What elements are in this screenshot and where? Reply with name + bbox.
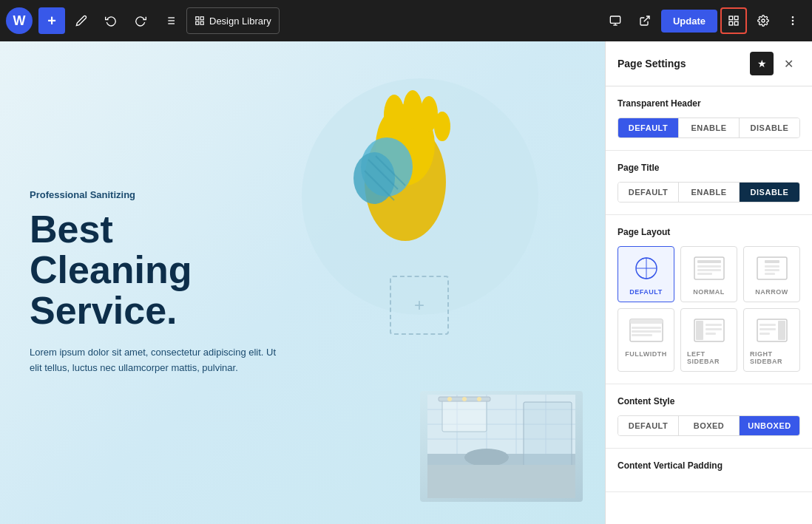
more-options-button[interactable]: [779, 7, 806, 34]
content-style-section: Content Style DEFAULT BOXED UNBOXED: [606, 384, 812, 449]
bathroom-image: [420, 391, 583, 502]
pen-tool-button[interactable]: [68, 7, 95, 34]
transparent-header-default-btn[interactable]: DEFAULT: [618, 118, 679, 137]
canvas: Professional Sanitizing Best Cleaning Se…: [0, 41, 605, 524]
svg-rect-8: [196, 21, 199, 24]
content-vertical-padding-label: Content Vertical Padding: [618, 460, 800, 471]
svg-point-43: [464, 449, 509, 466]
close-panel-button[interactable]: ✕: [777, 52, 800, 75]
sidebar-header: Page Settings ★ ✕: [606, 41, 812, 86]
layout-left-sidebar-icon: [690, 315, 728, 346]
redo-button[interactable]: [127, 7, 154, 34]
layout-normal-icon: [690, 253, 728, 284]
svg-rect-73: [706, 333, 716, 335]
layout-option-left-sidebar[interactable]: LEFT SIDEBAR: [680, 308, 737, 372]
transparent-header-section: Transparent Header DEFAULT ENABLE DISABL…: [606, 86, 812, 151]
add-block-area[interactable]: +: [390, 276, 449, 335]
svg-rect-60: [765, 260, 779, 263]
svg-rect-66: [632, 327, 661, 329]
transparent-header-disable-btn[interactable]: DISABLE: [740, 118, 799, 137]
layout-default-label: DEFAULT: [629, 288, 662, 296]
layout-narrow-icon: [753, 253, 791, 284]
update-button[interactable]: Update: [661, 10, 717, 33]
page-settings-button[interactable]: [720, 7, 747, 34]
svg-rect-56: [697, 265, 721, 268]
layout-fullwidth-icon: [627, 315, 666, 346]
page-title-label: Page Title: [618, 163, 800, 173]
content-vertical-padding-section: Content Vertical Padding: [606, 449, 812, 492]
svg-rect-78: [759, 333, 770, 335]
svg-rect-71: [706, 324, 722, 326]
svg-point-24: [384, 95, 405, 136]
content-style-default-btn[interactable]: DEFAULT: [618, 416, 679, 435]
page-settings-panel: Page Settings ★ ✕ Transparent Header DEF…: [605, 41, 812, 524]
svg-point-27: [434, 112, 450, 141]
svg-rect-67: [632, 330, 661, 333]
layout-left-sidebar-label: LEFT SIDEBAR: [687, 350, 731, 365]
layout-normal-label: NORMAL: [693, 288, 725, 296]
settings-button[interactable]: [750, 7, 777, 34]
transparent-header-group: DEFAULT ENABLE DISABLE: [618, 118, 800, 138]
view-mode-button[interactable]: [602, 7, 629, 34]
layout-default-icon: [627, 253, 666, 284]
page-title-enable-btn[interactable]: ENABLE: [679, 183, 740, 202]
preview-button[interactable]: [632, 7, 658, 34]
svg-rect-44: [442, 398, 487, 432]
star-button[interactable]: ★: [750, 52, 774, 75]
list-view-button[interactable]: [157, 7, 183, 34]
hero-images: +: [280, 56, 590, 509]
svg-rect-50: [427, 465, 575, 498]
svg-point-18: [762, 19, 765, 22]
page-title-section: Page Title DEFAULT ENABLE DISABLE: [606, 151, 812, 215]
content-style-unboxed-btn[interactable]: UNBOXED: [740, 416, 799, 435]
svg-point-25: [403, 90, 422, 129]
layout-option-normal[interactable]: NORMAL: [680, 246, 737, 302]
svg-rect-14: [729, 16, 733, 20]
svg-rect-15: [734, 16, 738, 20]
page-title-disable-btn[interactable]: DISABLE: [740, 183, 799, 202]
layout-fullwidth-label: FULLWIDTH: [625, 350, 667, 358]
layout-option-fullwidth[interactable]: FULLWIDTH: [618, 308, 674, 372]
layout-right-sidebar-icon: [753, 315, 791, 346]
svg-rect-7: [200, 17, 203, 20]
page-title-group: DEFAULT ENABLE DISABLE: [618, 182, 800, 203]
design-library-label: Design Library: [209, 16, 271, 27]
transparent-header-label: Transparent Header: [618, 98, 800, 109]
content-style-group: DEFAULT BOXED UNBOXED: [618, 415, 800, 436]
svg-line-13: [644, 16, 649, 21]
toolbar: W + Design Library Update: [0, 0, 812, 41]
page-layout-section: Page Layout DEFAULT: [606, 215, 812, 384]
svg-rect-6: [196, 17, 199, 20]
page-title-default-btn[interactable]: DEFAULT: [618, 183, 679, 202]
svg-rect-57: [697, 269, 721, 271]
svg-rect-72: [706, 328, 722, 330]
design-library-button[interactable]: Design Library: [186, 7, 280, 34]
layout-right-sidebar-label: RIGHT SIDEBAR: [750, 350, 794, 365]
svg-point-21: [792, 24, 793, 24]
svg-rect-77: [759, 328, 776, 330]
svg-rect-63: [765, 273, 775, 275]
svg-rect-76: [759, 324, 776, 326]
content-style-label: Content Style: [618, 396, 800, 406]
svg-rect-75: [778, 321, 785, 340]
svg-rect-55: [697, 260, 721, 263]
page-layout-label: Page Layout: [618, 227, 800, 237]
transparent-header-enable-btn[interactable]: ENABLE: [679, 118, 740, 137]
wp-logo[interactable]: W: [6, 7, 33, 34]
svg-rect-10: [610, 16, 620, 23]
add-block-button[interactable]: +: [38, 7, 65, 34]
hero-title: Best Cleaning Service.: [30, 209, 281, 330]
svg-point-48: [477, 397, 481, 401]
content-style-boxed-btn[interactable]: BOXED: [679, 416, 740, 435]
layout-option-narrow[interactable]: NARROW: [743, 246, 800, 302]
svg-rect-16: [729, 21, 733, 25]
svg-rect-65: [630, 319, 663, 324]
svg-point-46: [447, 397, 452, 401]
svg-point-47: [462, 397, 467, 401]
layout-option-default[interactable]: DEFAULT: [618, 246, 674, 302]
layout-options-grid: DEFAULT NORMAL: [618, 246, 800, 372]
undo-button[interactable]: [98, 7, 124, 34]
svg-rect-70: [696, 321, 703, 340]
layout-option-right-sidebar[interactable]: RIGHT SIDEBAR: [743, 308, 800, 372]
main-area: Professional Sanitizing Best Cleaning Se…: [0, 41, 812, 524]
